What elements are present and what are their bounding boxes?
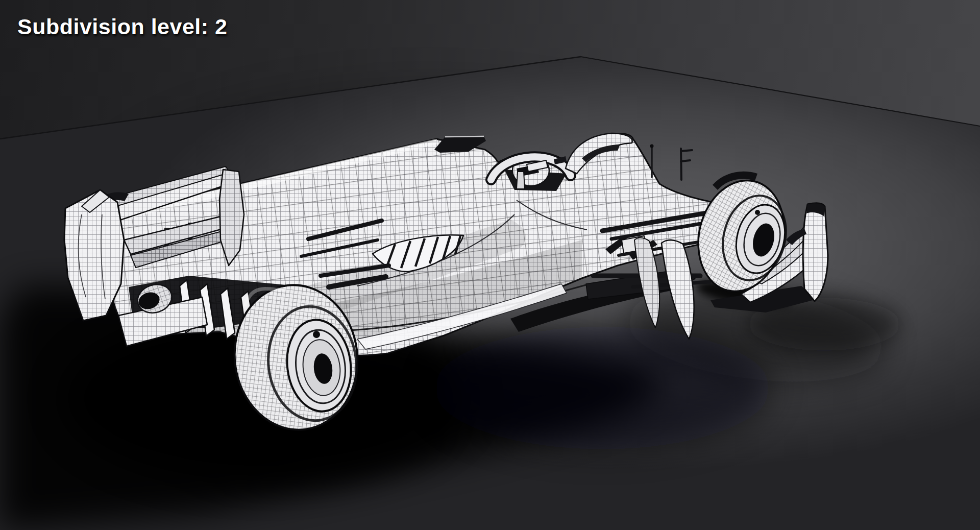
render-viewport: Subdivision level: 2 xyxy=(0,0,980,530)
viewport-3d[interactable] xyxy=(0,0,980,530)
subdivision-level-label: Subdivision level: 2 xyxy=(17,14,227,39)
